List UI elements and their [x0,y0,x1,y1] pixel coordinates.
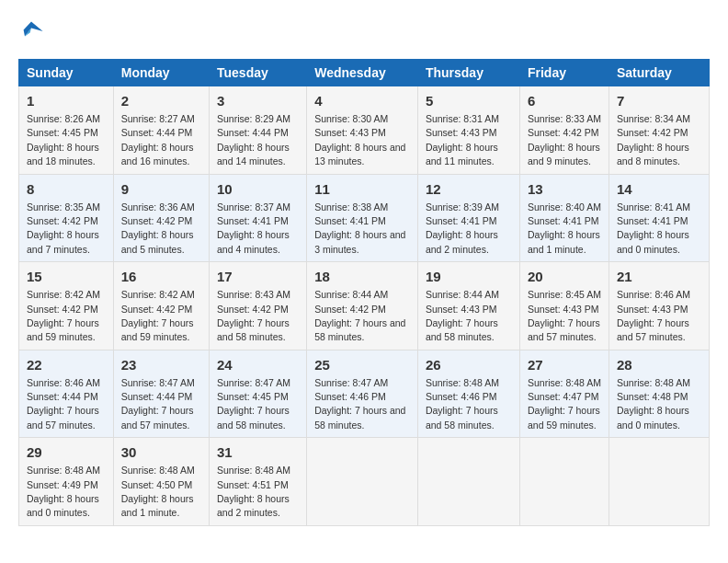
day-cell: 4Sunrise: 8:30 AMSunset: 4:43 PMDaylight… [307,86,418,175]
day-number: 9 [121,179,201,199]
day-info: Sunrise: 8:27 AMSunset: 4:44 PMDaylight:… [121,113,195,167]
day-number: 30 [121,442,201,462]
day-info: Sunrise: 8:33 AMSunset: 4:42 PMDaylight:… [528,113,601,167]
day-cell: 6Sunrise: 8:33 AMSunset: 4:42 PMDaylight… [519,86,609,175]
day-info: Sunrise: 8:47 AMSunset: 4:45 PMDaylight:… [217,377,290,431]
day-info: Sunrise: 8:44 AMSunset: 4:42 PMDaylight:… [314,289,405,342]
day-number: 2 [121,91,201,110]
week-row-5: 29Sunrise: 8:48 AMSunset: 4:49 PMDayligh… [19,438,710,526]
day-info: Sunrise: 8:48 AMSunset: 4:49 PMDaylight:… [27,465,100,518]
day-number: 1 [27,91,106,110]
day-number: 8 [27,179,106,199]
day-number: 26 [426,355,512,374]
logo [18,18,48,44]
day-number: 31 [217,442,299,462]
day-cell: 9Sunrise: 8:36 AMSunset: 4:42 PMDaylight… [113,174,209,262]
day-info: Sunrise: 8:46 AMSunset: 4:43 PMDaylight:… [617,289,690,342]
day-number: 3 [217,91,299,110]
day-info: Sunrise: 8:48 AMSunset: 4:50 PMDaylight:… [121,465,195,518]
calendar-table: SundayMondayTuesdayWednesdayThursdayFrid… [18,59,710,526]
day-number: 17 [217,267,299,286]
day-number: 15 [27,267,106,286]
day-cell [609,438,709,526]
day-cell: 19Sunrise: 8:44 AMSunset: 4:43 PMDayligh… [417,262,519,350]
day-cell: 28Sunrise: 8:48 AMSunset: 4:48 PMDayligh… [609,350,709,438]
day-cell: 14Sunrise: 8:41 AMSunset: 4:41 PMDayligh… [609,174,709,262]
logo-bird-icon [18,18,44,44]
day-info: Sunrise: 8:43 AMSunset: 4:42 PMDaylight:… [217,289,290,342]
day-cell [307,438,418,526]
day-number: 10 [217,179,299,199]
day-info: Sunrise: 8:48 AMSunset: 4:46 PMDaylight:… [426,377,499,431]
day-number: 14 [617,179,701,199]
day-info: Sunrise: 8:31 AMSunset: 4:43 PMDaylight:… [426,113,499,167]
day-info: Sunrise: 8:38 AMSunset: 4:41 PMDaylight:… [314,201,405,255]
page-header [18,18,710,44]
day-number: 28 [617,355,701,374]
day-info: Sunrise: 8:37 AMSunset: 4:41 PMDaylight:… [217,201,290,255]
day-cell: 10Sunrise: 8:37 AMSunset: 4:41 PMDayligh… [210,174,307,262]
day-number: 16 [121,267,201,286]
day-info: Sunrise: 8:40 AMSunset: 4:41 PMDaylight:… [528,201,601,255]
day-cell: 23Sunrise: 8:47 AMSunset: 4:44 PMDayligh… [113,350,209,438]
day-info: Sunrise: 8:35 AMSunset: 4:42 PMDaylight:… [27,201,100,255]
svg-marker-0 [24,22,43,37]
col-header-thursday: Thursday [417,60,519,86]
day-number: 25 [314,355,410,374]
day-info: Sunrise: 8:45 AMSunset: 4:43 PMDaylight:… [528,289,601,342]
week-row-4: 22Sunrise: 8:46 AMSunset: 4:44 PMDayligh… [19,350,710,438]
day-info: Sunrise: 8:26 AMSunset: 4:45 PMDaylight:… [27,113,100,167]
day-cell: 2Sunrise: 8:27 AMSunset: 4:44 PMDaylight… [113,86,209,175]
header-row: SundayMondayTuesdayWednesdayThursdayFrid… [19,60,710,86]
col-header-monday: Monday [113,60,209,86]
day-info: Sunrise: 8:42 AMSunset: 4:42 PMDaylight:… [121,289,195,342]
day-info: Sunrise: 8:47 AMSunset: 4:44 PMDaylight:… [121,377,195,431]
day-cell: 22Sunrise: 8:46 AMSunset: 4:44 PMDayligh… [19,350,114,438]
day-number: 27 [528,355,601,374]
day-number: 24 [217,355,299,374]
day-cell: 29Sunrise: 8:48 AMSunset: 4:49 PMDayligh… [19,438,114,526]
day-cell: 3Sunrise: 8:29 AMSunset: 4:44 PMDaylight… [210,86,307,175]
day-info: Sunrise: 8:29 AMSunset: 4:44 PMDaylight:… [217,113,290,167]
day-number: 21 [617,267,701,286]
day-cell: 12Sunrise: 8:39 AMSunset: 4:41 PMDayligh… [417,174,519,262]
day-number: 13 [528,179,601,199]
col-header-sunday: Sunday [19,60,114,86]
day-cell: 13Sunrise: 8:40 AMSunset: 4:41 PMDayligh… [519,174,609,262]
day-cell: 16Sunrise: 8:42 AMSunset: 4:42 PMDayligh… [113,262,209,350]
day-cell: 26Sunrise: 8:48 AMSunset: 4:46 PMDayligh… [417,350,519,438]
day-number: 12 [426,179,512,199]
day-number: 11 [314,179,410,199]
day-info: Sunrise: 8:30 AMSunset: 4:43 PMDaylight:… [314,113,405,167]
day-cell [519,438,609,526]
day-number: 6 [528,91,601,110]
col-header-tuesday: Tuesday [210,60,307,86]
day-cell: 30Sunrise: 8:48 AMSunset: 4:50 PMDayligh… [113,438,209,526]
day-number: 7 [617,91,701,110]
day-info: Sunrise: 8:44 AMSunset: 4:43 PMDaylight:… [426,289,499,342]
day-number: 20 [528,267,601,286]
day-info: Sunrise: 8:48 AMSunset: 4:51 PMDaylight:… [217,465,290,518]
day-number: 29 [27,442,106,462]
day-number: 18 [314,267,410,286]
day-info: Sunrise: 8:48 AMSunset: 4:48 PMDaylight:… [617,377,690,431]
col-header-wednesday: Wednesday [307,60,418,86]
day-cell [417,438,519,526]
day-number: 5 [426,91,512,110]
week-row-3: 15Sunrise: 8:42 AMSunset: 4:42 PMDayligh… [19,262,710,350]
week-row-2: 8Sunrise: 8:35 AMSunset: 4:42 PMDaylight… [19,174,710,262]
day-cell: 25Sunrise: 8:47 AMSunset: 4:46 PMDayligh… [307,350,418,438]
day-cell: 8Sunrise: 8:35 AMSunset: 4:42 PMDaylight… [19,174,114,262]
day-cell: 20Sunrise: 8:45 AMSunset: 4:43 PMDayligh… [519,262,609,350]
day-cell: 5Sunrise: 8:31 AMSunset: 4:43 PMDaylight… [417,86,519,175]
day-info: Sunrise: 8:46 AMSunset: 4:44 PMDaylight:… [27,377,100,431]
day-number: 4 [314,91,410,110]
day-number: 23 [121,355,201,374]
day-info: Sunrise: 8:48 AMSunset: 4:47 PMDaylight:… [528,377,601,431]
day-info: Sunrise: 8:39 AMSunset: 4:41 PMDaylight:… [426,201,499,255]
day-cell: 18Sunrise: 8:44 AMSunset: 4:42 PMDayligh… [307,262,418,350]
col-header-friday: Friday [519,60,609,86]
day-cell: 15Sunrise: 8:42 AMSunset: 4:42 PMDayligh… [19,262,114,350]
day-info: Sunrise: 8:36 AMSunset: 4:42 PMDaylight:… [121,201,195,255]
col-header-saturday: Saturday [609,60,709,86]
